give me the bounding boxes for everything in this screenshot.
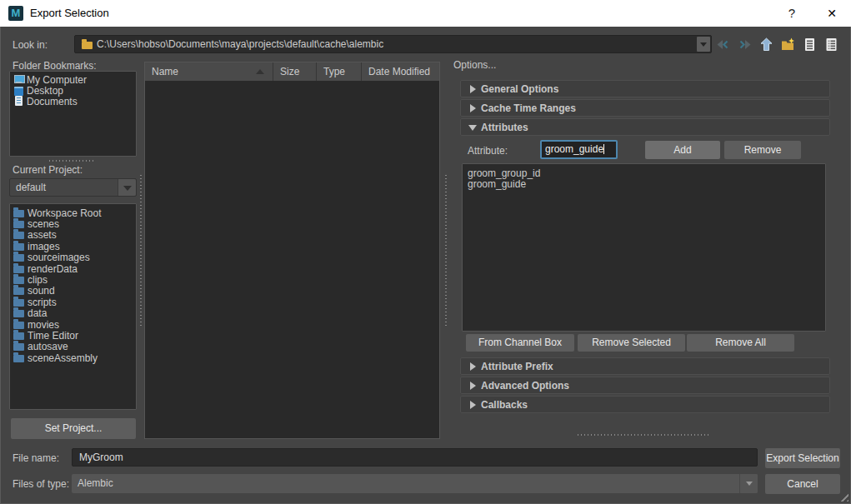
folder-icon	[13, 332, 24, 340]
section-callbacks[interactable]: Callbacks	[460, 396, 830, 413]
folder-icon	[13, 322, 24, 329]
project-folder-item[interactable]: data	[10, 308, 136, 319]
file-list-panel: Name Size Type Date Modified	[144, 62, 440, 439]
export-selection-button[interactable]: Export Selection	[765, 448, 840, 468]
section-cache-time-ranges[interactable]: Cache Time Ranges	[460, 99, 830, 117]
window-title: Export Selection	[30, 7, 109, 19]
options-label: Options...	[453, 59, 496, 71]
folder-icon	[13, 287, 24, 295]
create-new-folder-icon[interactable]	[781, 37, 795, 52]
remove-all-button[interactable]: Remove All	[687, 334, 794, 352]
attribute-input[interactable]: groom_guide	[540, 140, 618, 159]
dropdown-arrow-icon	[118, 179, 136, 196]
folder-icon	[13, 221, 24, 228]
up-directory-icon[interactable]	[759, 37, 773, 52]
project-folder-item[interactable]: assets	[10, 230, 136, 241]
bookmark-item[interactable]: My Computer	[10, 74, 136, 85]
remove-button[interactable]: Remove	[724, 141, 801, 159]
project-folder-item[interactable]: renderData	[10, 263, 136, 274]
folder-icon	[13, 355, 24, 362]
folder-icon	[13, 243, 24, 251]
folder-icon	[13, 310, 24, 317]
path-text: C:\Users\hobso\Documents\maya\projects\d…	[97, 38, 383, 50]
from-channel-box-button[interactable]: From Channel Box	[466, 334, 574, 352]
section-advanced-options[interactable]: Advanced Options	[460, 377, 830, 394]
column-header-type[interactable]: Type	[317, 62, 362, 81]
project-folder-item[interactable]: sceneAssembly	[10, 352, 136, 363]
collapsed-arrow-icon	[470, 104, 476, 112]
project-folder-item[interactable]: Workspace Root	[10, 207, 136, 218]
expanded-arrow-icon	[468, 125, 477, 131]
project-folders-list: Workspace Root scenes assets images sour…	[9, 203, 137, 410]
close-button[interactable]: ✕	[820, 4, 843, 22]
folder-icon	[13, 254, 24, 262]
bookmark-item[interactable]: Documents	[10, 96, 136, 107]
cancel-button[interactable]: Cancel	[765, 474, 840, 494]
folder-icon	[13, 299, 24, 307]
attribute-list-item[interactable]: groom_guide	[463, 179, 825, 190]
remove-selected-button[interactable]: Remove Selected	[578, 334, 685, 352]
file-name-input[interactable]: MyGroom	[72, 448, 758, 467]
folder-bookmarks-label: Folder Bookmarks:	[13, 60, 97, 72]
folder-icon	[13, 343, 24, 351]
dropdown-arrow-icon	[739, 474, 758, 493]
folder-icon	[13, 232, 24, 239]
collapsed-arrow-icon	[470, 85, 476, 93]
list-view-icon[interactable]	[803, 37, 817, 52]
files-of-type-label: Files of type:	[13, 478, 69, 490]
folder-icon	[82, 42, 93, 49]
look-in-label: Look in:	[13, 39, 48, 51]
add-button[interactable]: Add	[645, 141, 720, 159]
project-folder-item[interactable]: images	[10, 241, 136, 252]
maya-logo-icon: M	[8, 6, 23, 21]
file-name-label: File name:	[13, 452, 59, 464]
titlebar: M Export Selection ? ✕	[0, 0, 851, 27]
splitter-handle[interactable]	[140, 175, 142, 327]
folder-icon	[13, 277, 24, 284]
collapsed-arrow-icon	[470, 362, 476, 371]
folder-icon	[13, 266, 24, 273]
help-button[interactable]: ?	[782, 4, 802, 22]
project-folder-item[interactable]: movies	[10, 319, 136, 330]
path-dropdown-arrow-icon[interactable]	[697, 37, 710, 52]
project-folder-item[interactable]: scenes	[10, 218, 136, 229]
current-project-label: Current Project:	[13, 164, 83, 176]
project-folder-item[interactable]: autosave	[10, 342, 136, 352]
splitter-handle[interactable]	[578, 434, 709, 436]
column-header-date-modified[interactable]: Date Modified	[362, 62, 439, 81]
project-folder-item[interactable]: scripts	[10, 297, 136, 307]
section-general-options[interactable]: General Options	[460, 80, 830, 97]
splitter-handle[interactable]	[49, 160, 96, 162]
export-selection-dialog: M Export Selection ? ✕ Look in: C:\Users…	[0, 0, 851, 504]
column-header-size[interactable]: Size	[273, 62, 317, 81]
project-folder-item[interactable]: clips	[10, 274, 136, 285]
attribute-label: Attribute:	[468, 145, 508, 157]
text-caret	[603, 144, 604, 154]
set-project-button[interactable]: Set Project...	[11, 418, 136, 439]
project-folder-item[interactable]: sound	[10, 286, 136, 297]
current-project-dropdown[interactable]: default	[9, 178, 137, 197]
path-combobox[interactable]: C:\Users\hobso\Documents\maya\projects\d…	[74, 35, 712, 53]
bookmark-item[interactable]: Desktop	[10, 85, 136, 96]
project-folder-item[interactable]: Time Editor	[10, 330, 136, 341]
collapsed-arrow-icon	[470, 401, 476, 409]
section-attributes[interactable]: Attributes	[460, 118, 830, 136]
attribute-list: groom_group_id groom_guide	[462, 163, 826, 332]
folder-icon	[13, 210, 24, 217]
collapsed-arrow-icon	[470, 382, 476, 390]
files-of-type-dropdown[interactable]: Alembic	[72, 474, 758, 493]
detail-view-icon[interactable]	[824, 37, 838, 52]
splitter-handle[interactable]	[445, 175, 447, 327]
forward-icon[interactable]	[738, 37, 752, 52]
file-list-header: Name Size Type Date Modified	[145, 62, 439, 81]
back-icon[interactable]	[716, 37, 730, 52]
toolbar	[716, 37, 838, 52]
project-folder-item[interactable]: sourceimages	[10, 252, 136, 263]
sort-ascending-icon	[256, 69, 264, 74]
section-attribute-prefix[interactable]: Attribute Prefix	[460, 357, 830, 375]
folder-bookmarks-list: My Computer Desktop Documents	[9, 71, 137, 157]
column-header-name[interactable]: Name	[145, 62, 273, 81]
